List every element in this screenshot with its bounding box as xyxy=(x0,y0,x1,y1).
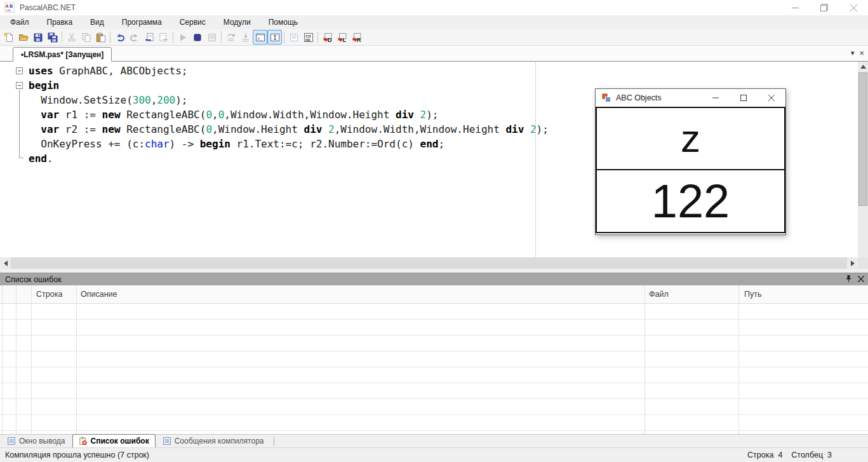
code-view-icon: CODE xyxy=(304,32,314,43)
doc-l-icon: L xyxy=(337,32,347,43)
svg-text:DE: DE xyxy=(305,37,310,41)
new-file-icon xyxy=(4,32,14,43)
fold-connector-line xyxy=(19,90,23,158)
vertical-scrollbar-thumb[interactable] xyxy=(858,72,867,206)
panel-close-icon[interactable] xyxy=(858,275,864,284)
menu-edit[interactable]: Правка xyxy=(38,15,82,29)
menu-service[interactable]: Сервис xyxy=(171,15,215,29)
error-panel-header: Список ошибок xyxy=(0,273,868,285)
text-window-toggle-button[interactable] xyxy=(267,30,282,44)
rectangle-r1: z xyxy=(596,107,785,170)
tab-output-window[interactable]: Окно вывода xyxy=(1,435,71,447)
error-list-table: Строка Описание Файл Путь xyxy=(0,285,868,434)
abc-close-button[interactable] xyxy=(758,89,785,107)
tab-close-icon[interactable]: × xyxy=(859,48,864,58)
goto-prev-button[interactable] xyxy=(142,30,156,44)
svg-text:L: L xyxy=(342,37,346,43)
save-all-icon xyxy=(48,32,58,43)
doc-d-icon: D xyxy=(323,32,333,43)
window-title: PascalABC.NET xyxy=(20,3,76,12)
horizontal-scrollbar[interactable] xyxy=(0,257,858,269)
toolbar-separator xyxy=(173,32,173,43)
svg-text:net: net xyxy=(6,8,11,12)
open-file-button[interactable] xyxy=(16,30,30,44)
titlebar: ABnet PascalABC.NET xyxy=(0,0,868,15)
toolbar-separator xyxy=(62,32,62,43)
run-icon xyxy=(178,32,188,43)
menu-view[interactable]: Вид xyxy=(81,15,113,29)
abc-maximize-button[interactable] xyxy=(730,89,758,107)
vertical-scrollbar[interactable] xyxy=(858,62,868,269)
r1-text: z xyxy=(681,119,700,158)
toolbar-separator xyxy=(110,32,110,43)
abc-window-title: ABC Objects xyxy=(616,93,662,102)
redo-icon xyxy=(130,32,140,43)
new-file-button[interactable] xyxy=(1,30,16,44)
output-list-icon xyxy=(7,437,16,445)
doc-d-button[interactable]: D xyxy=(320,30,335,44)
menu-modules[interactable]: Модули xyxy=(215,15,260,29)
pascalabc-main-window: ABnet PascalABC.NET Файл Правка Вид Прог… xyxy=(0,0,868,462)
scroll-left-icon[interactable] xyxy=(0,257,11,269)
save-button[interactable] xyxy=(30,30,45,44)
undo-button[interactable] xyxy=(112,30,127,44)
error-panel-title: Список ошибок xyxy=(5,275,62,284)
save-all-button[interactable] xyxy=(45,30,60,44)
tab-compiler-messages[interactable]: Сообщения компилятора xyxy=(157,435,270,447)
menubar: Файл Правка Вид Программа Сервис Модули … xyxy=(0,15,868,29)
svg-text:A: A xyxy=(6,4,9,8)
step-into-button xyxy=(238,30,253,44)
svg-text:>_: >_ xyxy=(257,36,262,41)
restore-button[interactable] xyxy=(810,0,839,15)
code-view-button[interactable]: CODE xyxy=(301,30,316,44)
fold-marker-uses-icon[interactable] xyxy=(16,67,23,74)
paste-button[interactable] xyxy=(93,30,108,44)
code-line[interactable]: uses GraphABC, ABCObjects; xyxy=(0,64,858,78)
menu-help[interactable]: Помощь xyxy=(260,15,307,29)
statusbar: Компиляция прошла успешно (7 строк) Стро… xyxy=(0,447,868,462)
abc-titlebar[interactable]: ABC Objects xyxy=(596,89,785,107)
paste-icon xyxy=(96,32,106,43)
close-icon xyxy=(850,4,857,11)
console-window-toggle-button[interactable]: >_ xyxy=(253,30,267,44)
tab-lrsm-pas[interactable]: •LRSM.pas* [Запущен] xyxy=(13,47,112,62)
form-designer-button[interactable] xyxy=(286,30,301,44)
column-header-description[interactable]: Описание xyxy=(81,290,117,299)
minimize-icon xyxy=(792,4,799,11)
column-header-file[interactable]: Файл xyxy=(649,290,669,299)
error-list-body xyxy=(0,304,868,434)
console-window-toggle-icon: >_ xyxy=(255,32,265,43)
fold-marker-begin-icon[interactable] xyxy=(16,82,23,89)
stop-button[interactable] xyxy=(190,30,204,44)
caret-position: Строка4 Столбец3 xyxy=(747,451,832,459)
abc-objects-window[interactable]: ABC Objects z 122 xyxy=(595,88,786,235)
cut-button xyxy=(64,30,79,44)
menu-file[interactable]: Файл xyxy=(1,15,38,29)
redo-button xyxy=(127,30,142,44)
text-window-toggle-icon xyxy=(270,32,280,43)
toolbar: >_CODEDLR xyxy=(0,29,868,46)
abc-minimize-button[interactable] xyxy=(702,89,730,107)
copy-button xyxy=(79,30,93,44)
doc-r-icon: R xyxy=(352,32,362,43)
pin-icon[interactable] xyxy=(845,275,852,285)
svg-text:B: B xyxy=(10,4,13,8)
svg-text:D: D xyxy=(328,37,332,43)
tab-error-list[interactable]: Список ошибок xyxy=(72,434,156,447)
toolbar-separator xyxy=(284,32,284,43)
abc-close-icon xyxy=(768,95,775,101)
cut-icon xyxy=(67,32,77,43)
close-button[interactable] xyxy=(839,0,868,15)
status-message: Компиляция прошла успешно (7 строк) xyxy=(5,451,149,459)
menu-program[interactable]: Программа xyxy=(113,15,171,29)
doc-l-button[interactable]: L xyxy=(335,30,349,44)
error-list-icon xyxy=(79,437,88,445)
column-header-path[interactable]: Путь xyxy=(744,290,761,299)
tab-list-dropdown-icon[interactable]: ▾ xyxy=(851,49,855,57)
scroll-right-icon[interactable] xyxy=(847,257,858,269)
scroll-up-icon[interactable] xyxy=(858,62,868,72)
doc-r-button[interactable]: R xyxy=(349,30,364,44)
column-header-line[interactable]: Строка xyxy=(36,290,62,299)
abc-maximize-icon xyxy=(740,95,747,101)
minimize-button[interactable] xyxy=(780,0,810,15)
